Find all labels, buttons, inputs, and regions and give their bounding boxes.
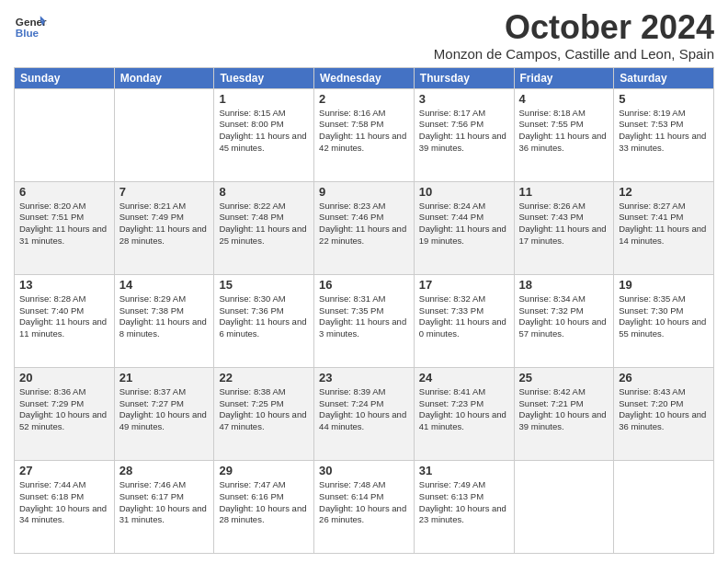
day-number: 7 <box>119 185 210 199</box>
calendar-cell: 20Sunrise: 8:36 AM Sunset: 7:29 PM Dayli… <box>15 367 115 460</box>
day-info: Sunrise: 7:49 AM Sunset: 6:13 PM Dayligh… <box>419 479 509 526</box>
day-number: 25 <box>519 371 609 385</box>
calendar-cell: 15Sunrise: 8:30 AM Sunset: 7:36 PM Dayli… <box>214 274 314 367</box>
calendar-cell: 17Sunrise: 8:32 AM Sunset: 7:33 PM Dayli… <box>414 274 514 367</box>
day-number: 5 <box>619 92 709 106</box>
week-row-4: 20Sunrise: 8:36 AM Sunset: 7:29 PM Dayli… <box>15 367 714 460</box>
day-number: 21 <box>119 371 210 385</box>
calendar-cell: 23Sunrise: 8:39 AM Sunset: 7:24 PM Dayli… <box>314 367 415 460</box>
month-title: October 2024 <box>434 9 714 46</box>
day-info: Sunrise: 8:37 AM Sunset: 7:27 PM Dayligh… <box>119 386 210 433</box>
day-number: 11 <box>519 185 609 199</box>
day-number: 8 <box>219 185 309 199</box>
col-header-tuesday: Tuesday <box>214 67 314 88</box>
day-number: 19 <box>619 278 709 292</box>
calendar-cell: 28Sunrise: 7:46 AM Sunset: 6:17 PM Dayli… <box>114 460 214 553</box>
day-number: 17 <box>419 278 509 292</box>
day-number: 2 <box>319 92 409 106</box>
day-info: Sunrise: 8:22 AM Sunset: 7:48 PM Dayligh… <box>219 201 309 247</box>
day-number: 28 <box>119 464 210 477</box>
day-info: Sunrise: 8:34 AM Sunset: 7:32 PM Dayligh… <box>519 293 609 340</box>
day-info: Sunrise: 8:43 AM Sunset: 7:20 PM Dayligh… <box>619 386 709 433</box>
week-row-5: 27Sunrise: 7:44 AM Sunset: 6:18 PM Dayli… <box>15 460 714 553</box>
calendar-cell <box>114 88 214 181</box>
calendar-cell: 7Sunrise: 8:21 AM Sunset: 7:49 PM Daylig… <box>114 181 214 274</box>
svg-text:Blue: Blue <box>16 27 40 39</box>
calendar-cell: 22Sunrise: 8:38 AM Sunset: 7:25 PM Dayli… <box>214 367 314 460</box>
day-number: 24 <box>419 371 509 385</box>
day-info: Sunrise: 8:20 AM Sunset: 7:51 PM Dayligh… <box>19 201 109 247</box>
col-header-sunday: Sunday <box>15 67 115 88</box>
day-info: Sunrise: 8:36 AM Sunset: 7:29 PM Dayligh… <box>19 386 109 433</box>
day-info: Sunrise: 8:17 AM Sunset: 7:56 PM Dayligh… <box>419 108 509 155</box>
calendar-cell: 16Sunrise: 8:31 AM Sunset: 7:35 PM Dayli… <box>314 274 415 367</box>
day-info: Sunrise: 8:18 AM Sunset: 7:55 PM Dayligh… <box>519 108 609 155</box>
calendar-cell <box>614 460 714 553</box>
calendar-cell: 19Sunrise: 8:35 AM Sunset: 7:30 PM Dayli… <box>614 274 714 367</box>
page: General Blue October 2024 Monzon de Camp… <box>0 0 728 563</box>
day-info: Sunrise: 8:38 AM Sunset: 7:25 PM Dayligh… <box>219 386 309 433</box>
calendar-cell: 31Sunrise: 7:49 AM Sunset: 6:13 PM Dayli… <box>414 460 514 553</box>
calendar-cell: 5Sunrise: 8:19 AM Sunset: 7:53 PM Daylig… <box>614 88 714 181</box>
day-number: 15 <box>219 278 309 292</box>
calendar-cell: 4Sunrise: 8:18 AM Sunset: 7:55 PM Daylig… <box>514 88 614 181</box>
calendar-cell: 29Sunrise: 7:47 AM Sunset: 6:16 PM Dayli… <box>214 460 314 553</box>
day-number: 13 <box>19 278 109 292</box>
week-row-1: 1Sunrise: 8:15 AM Sunset: 8:00 PM Daylig… <box>15 88 714 181</box>
calendar-cell: 30Sunrise: 7:48 AM Sunset: 6:14 PM Dayli… <box>314 460 415 553</box>
calendar-cell: 18Sunrise: 8:34 AM Sunset: 7:32 PM Dayli… <box>514 274 614 367</box>
day-info: Sunrise: 8:42 AM Sunset: 7:21 PM Dayligh… <box>519 386 609 433</box>
calendar-cell <box>514 460 614 553</box>
col-header-friday: Friday <box>514 67 614 88</box>
day-info: Sunrise: 8:41 AM Sunset: 7:23 PM Dayligh… <box>419 386 509 433</box>
day-number: 30 <box>319 464 409 477</box>
day-info: Sunrise: 7:46 AM Sunset: 6:17 PM Dayligh… <box>119 479 210 526</box>
day-info: Sunrise: 8:32 AM Sunset: 7:33 PM Dayligh… <box>419 293 509 340</box>
day-info: Sunrise: 8:29 AM Sunset: 7:38 PM Dayligh… <box>119 293 210 340</box>
calendar-cell: 1Sunrise: 8:15 AM Sunset: 8:00 PM Daylig… <box>214 88 314 181</box>
day-info: Sunrise: 8:31 AM Sunset: 7:35 PM Dayligh… <box>319 293 409 340</box>
day-info: Sunrise: 7:47 AM Sunset: 6:16 PM Dayligh… <box>219 479 309 526</box>
calendar-cell: 25Sunrise: 8:42 AM Sunset: 7:21 PM Dayli… <box>514 367 614 460</box>
day-number: 1 <box>219 92 309 106</box>
calendar-cell: 26Sunrise: 8:43 AM Sunset: 7:20 PM Dayli… <box>614 367 714 460</box>
day-info: Sunrise: 8:16 AM Sunset: 7:58 PM Dayligh… <box>319 108 409 155</box>
week-row-2: 6Sunrise: 8:20 AM Sunset: 7:51 PM Daylig… <box>15 181 714 274</box>
day-number: 27 <box>19 464 109 477</box>
calendar-table: SundayMondayTuesdayWednesdayThursdayFrid… <box>14 67 714 554</box>
day-info: Sunrise: 8:26 AM Sunset: 7:43 PM Dayligh… <box>519 201 609 247</box>
day-number: 23 <box>319 371 409 385</box>
col-header-saturday: Saturday <box>614 67 714 88</box>
day-number: 9 <box>319 185 409 199</box>
calendar-cell: 24Sunrise: 8:41 AM Sunset: 7:23 PM Dayli… <box>414 367 514 460</box>
day-info: Sunrise: 8:39 AM Sunset: 7:24 PM Dayligh… <box>319 386 409 433</box>
calendar-cell: 3Sunrise: 8:17 AM Sunset: 7:56 PM Daylig… <box>414 88 514 181</box>
day-number: 29 <box>219 464 309 477</box>
header-row: SundayMondayTuesdayWednesdayThursdayFrid… <box>15 67 714 88</box>
day-info: Sunrise: 8:19 AM Sunset: 7:53 PM Dayligh… <box>619 108 709 155</box>
day-number: 12 <box>619 185 709 199</box>
calendar-cell: 12Sunrise: 8:27 AM Sunset: 7:41 PM Dayli… <box>614 181 714 274</box>
day-number: 4 <box>519 92 609 106</box>
calendar-cell: 2Sunrise: 8:16 AM Sunset: 7:58 PM Daylig… <box>314 88 415 181</box>
day-info: Sunrise: 7:48 AM Sunset: 6:14 PM Dayligh… <box>319 479 409 526</box>
col-header-monday: Monday <box>114 67 214 88</box>
title-block: October 2024 Monzon de Campos, Castille … <box>434 9 714 62</box>
day-info: Sunrise: 8:23 AM Sunset: 7:46 PM Dayligh… <box>319 201 409 247</box>
day-number: 16 <box>319 278 409 292</box>
day-info: Sunrise: 8:15 AM Sunset: 8:00 PM Dayligh… <box>219 108 309 155</box>
day-number: 18 <box>519 278 609 292</box>
logo: General Blue <box>14 9 47 42</box>
calendar-cell: 9Sunrise: 8:23 AM Sunset: 7:46 PM Daylig… <box>314 181 415 274</box>
calendar-cell: 6Sunrise: 8:20 AM Sunset: 7:51 PM Daylig… <box>15 181 115 274</box>
day-number: 20 <box>19 371 109 385</box>
day-info: Sunrise: 8:21 AM Sunset: 7:49 PM Dayligh… <box>119 201 210 247</box>
day-info: Sunrise: 8:35 AM Sunset: 7:30 PM Dayligh… <box>619 293 709 340</box>
day-number: 14 <box>119 278 210 292</box>
day-info: Sunrise: 8:30 AM Sunset: 7:36 PM Dayligh… <box>219 293 309 340</box>
day-info: Sunrise: 7:44 AM Sunset: 6:18 PM Dayligh… <box>19 479 109 526</box>
week-row-3: 13Sunrise: 8:28 AM Sunset: 7:40 PM Dayli… <box>15 274 714 367</box>
calendar-cell: 21Sunrise: 8:37 AM Sunset: 7:27 PM Dayli… <box>114 367 214 460</box>
day-info: Sunrise: 8:24 AM Sunset: 7:44 PM Dayligh… <box>419 201 509 247</box>
calendar-cell: 11Sunrise: 8:26 AM Sunset: 7:43 PM Dayli… <box>514 181 614 274</box>
